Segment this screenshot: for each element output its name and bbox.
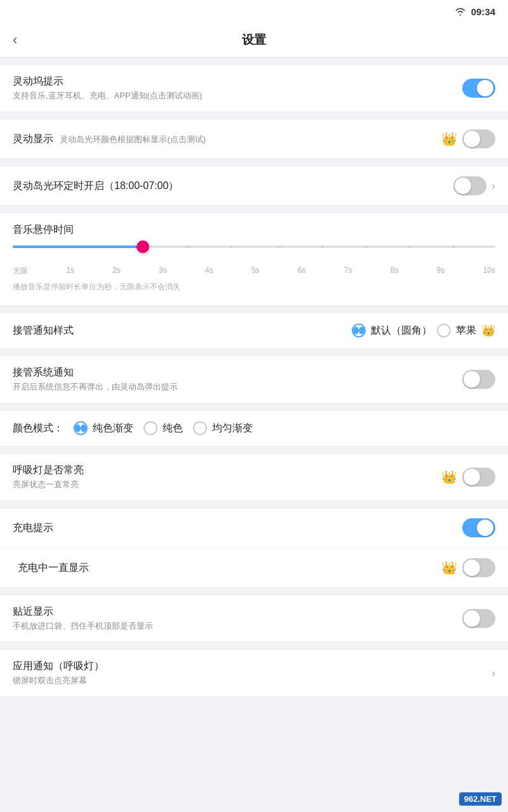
charging-always-label: 充电中一直显示 — [13, 561, 441, 575]
tick-unlimited: 无限 — [13, 266, 28, 277]
back-button[interactable]: ‹ — [13, 32, 17, 48]
charging-reminder-toggle[interactable] — [462, 518, 495, 537]
toggle-knob — [477, 80, 493, 96]
row-notification-style: 接管通知样式 默认（圆角） 苹果 👑 — [0, 313, 508, 348]
row-right: 👑 — [441, 468, 495, 487]
color-mode-label: 颜色模式： — [13, 422, 64, 435]
crown-icon: 👑 — [441, 131, 457, 147]
radio-default-style[interactable]: 默认（圆角） — [352, 324, 432, 337]
section-charging: 充电提示 充电中一直显示 👑 — [0, 508, 508, 588]
dynamic-island-label: 灵动坞提示 — [13, 75, 462, 88]
status-time: 09:34 — [471, 6, 495, 17]
row-right: 👑 — [441, 558, 495, 577]
section-island-timer: 灵动岛光环定时开启（18:00-07:00） › — [0, 166, 508, 206]
radio-circle-default — [352, 324, 366, 337]
dynamic-display-toggle[interactable] — [462, 129, 495, 148]
dynamic-display-label: 灵动显示 灵动岛光环颜色根据图标显示(点击测试) — [13, 133, 441, 146]
toggle-knob — [464, 371, 480, 388]
row-right: › — [491, 667, 495, 680]
proximity-label: 贴近显示 — [13, 605, 462, 619]
toggle-knob — [477, 520, 493, 536]
row-charging-reminder: 充电提示 — [0, 508, 508, 548]
row-color-mode: 颜色模式： 纯色渐变 纯色 均匀渐变 — [0, 410, 508, 446]
row-left: 应用通知（呼吸灯） 锁屏时双击点亮屏幕 — [13, 660, 491, 686]
row-proximity-display: 贴近显示 手机放进口袋、挡住手机顶部是否显示 — [0, 595, 508, 642]
row-right: 默认（圆角） 苹果 👑 — [352, 324, 495, 337]
toggle-knob — [464, 131, 480, 147]
dynamic-island-sublabel: 支持音乐,蓝牙耳机、充电、APP通知(点击测试动画) — [13, 90, 462, 102]
slider-track[interactable] — [13, 246, 495, 248]
slider-desc: 播放音乐是停留时长单位为秒，无限表示不会消失 — [13, 282, 495, 292]
row-island-timer[interactable]: 灵动岛光环定时开启（18:00-07:00） › — [0, 166, 508, 206]
section-notification-style: 接管通知样式 默认（圆角） 苹果 👑 — [0, 312, 508, 349]
row-left: 灵动岛光环定时开启（18:00-07:00） — [13, 180, 453, 193]
chevron-right-icon: › — [491, 667, 495, 680]
music-pause-label: 音乐悬停时间 — [13, 223, 495, 237]
row-takeover-notification: 接管系统通知 开启后系统信息不再弹出，由灵动岛弹出提示 — [0, 356, 508, 403]
dynamic-island-toggle[interactable] — [462, 79, 495, 98]
row-left: 充电提示 — [13, 521, 462, 535]
section-proximity: 贴近显示 手机放进口袋、挡住手机顶部是否显示 — [0, 594, 508, 643]
tick-mark-8 — [365, 246, 368, 248]
row-right — [462, 609, 495, 628]
tick-6s: 6s — [298, 266, 306, 277]
radio-label-apple: 苹果 — [456, 324, 476, 337]
row-left: 灵动坞提示 支持音乐,蓝牙耳机、充电、APP通知(点击测试动画) — [13, 75, 462, 102]
notification-style-label: 接管通知样式 — [13, 324, 352, 337]
island-timer-label: 灵动岛光环定时开启（18:00-07:00） — [13, 180, 453, 193]
takeover-toggle[interactable] — [462, 370, 495, 389]
radio-label-pure-color: 纯色 — [163, 422, 183, 435]
row-left: 贴近显示 手机放进口袋、挡住手机顶部是否显示 — [13, 605, 462, 632]
tick-mark-4 — [187, 246, 189, 248]
page-title: 设置 — [242, 32, 266, 48]
tick-9s: 9s — [437, 266, 445, 277]
breathing-light-label: 呼吸灯是否常亮 — [13, 464, 441, 477]
tick-mark-6 — [278, 246, 281, 248]
island-timer-toggle[interactable] — [453, 176, 486, 195]
charging-always-toggle[interactable] — [462, 558, 495, 577]
proximity-toggle[interactable] — [462, 609, 495, 628]
tick-7s: 7s — [344, 266, 352, 277]
row-left: 颜色模式： 纯色渐变 纯色 均匀渐变 — [13, 421, 495, 435]
tick-mark-10 — [452, 246, 455, 248]
row-left: 灵动显示 灵动岛光环颜色根据图标显示(点击测试) — [13, 133, 441, 146]
radio-label-even-gradient: 均匀渐变 — [212, 422, 253, 435]
breathing-light-toggle[interactable] — [462, 468, 495, 487]
tick-3s: 3s — [159, 266, 167, 277]
toggle-knob — [455, 178, 471, 194]
row-left: 接管系统通知 开启后系统信息不再弹出，由灵动岛弹出提示 — [13, 366, 462, 393]
crown-icon-breathing: 👑 — [441, 469, 457, 485]
wifi-icon — [455, 7, 466, 16]
row-dynamic-island-notification: 灵动坞提示 支持音乐,蓝牙耳机、充电、APP通知(点击测试动画) — [0, 65, 508, 112]
tick-5s: 5s — [251, 266, 260, 277]
radio-pure-color[interactable]: 纯色 — [144, 421, 183, 435]
tick-10s: 10s — [483, 266, 495, 277]
radio-pure-gradient[interactable]: 纯色渐变 — [74, 421, 133, 435]
app-notification-label: 应用通知（呼吸灯） — [13, 660, 491, 673]
tick-4s: 4s — [205, 266, 213, 277]
slider-fill — [13, 246, 143, 248]
radio-label-default: 默认（圆角） — [371, 324, 432, 337]
section-color-mode: 颜色模式： 纯色渐变 纯色 均匀渐变 — [0, 410, 508, 447]
radio-circle-pure-color — [144, 421, 157, 435]
takeover-label: 接管系统通知 — [13, 366, 462, 379]
toggle-knob — [464, 610, 480, 627]
section-breathing-light: 呼吸灯是否常亮 亮屏状态一直常亮 👑 — [0, 453, 508, 501]
row-breathing-light: 呼吸灯是否常亮 亮屏状态一直常亮 👑 — [0, 454, 508, 501]
tick-8s: 8s — [391, 266, 399, 277]
radio-label-pure-gradient: 纯色渐变 — [93, 422, 133, 435]
charging-reminder-label: 充电提示 — [13, 521, 462, 535]
radio-circle-pure-gradient — [74, 421, 88, 435]
radio-apple-style[interactable]: 苹果 👑 — [437, 324, 495, 337]
slider-thumb[interactable] — [137, 240, 149, 253]
radio-even-gradient[interactable]: 均匀渐变 — [193, 421, 253, 435]
row-right — [462, 79, 495, 98]
section-dynamic-island: 灵动坞提示 支持音乐,蓝牙耳机、充电、APP通知(点击测试动画) — [0, 64, 508, 112]
watermark: 962.NET — [459, 792, 502, 806]
row-app-notification[interactable]: 应用通知（呼吸灯） 锁屏时双击点亮屏幕 › — [0, 650, 508, 697]
page-header: ‹ 设置 — [0, 23, 508, 58]
row-right: › — [453, 176, 495, 195]
takeover-sublabel: 开启后系统信息不再弹出，由灵动岛弹出提示 — [13, 381, 462, 393]
row-left: 接管通知样式 — [13, 324, 352, 337]
tick-mark-7 — [321, 246, 324, 248]
